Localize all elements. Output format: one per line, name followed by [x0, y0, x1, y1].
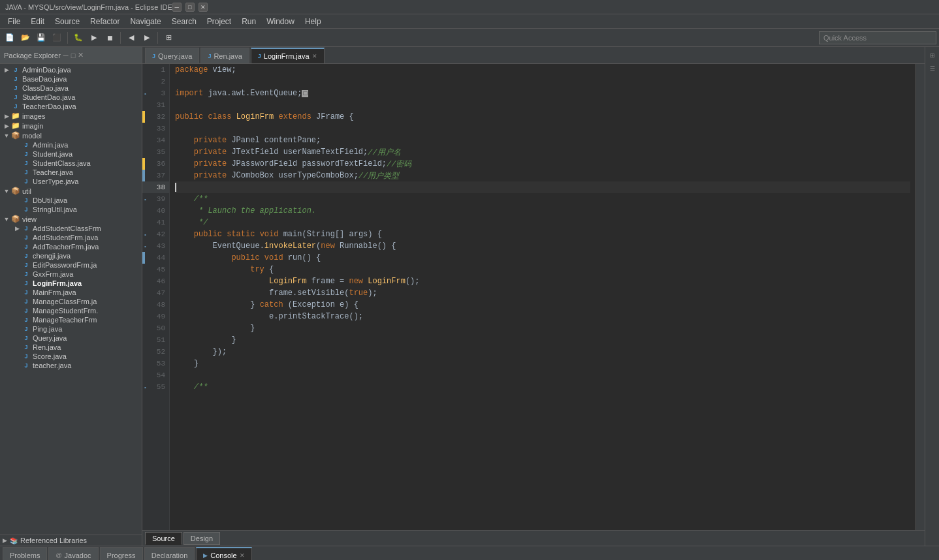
- sidebar-item-editpasswordfrm-ja[interactable]: JEditPasswordFrm.ja: [0, 260, 142, 270]
- tree-item-label: Ren.java: [33, 343, 61, 351]
- menu-search[interactable]: Search: [167, 16, 202, 27]
- code-line-51: }: [175, 334, 910, 346]
- menu-run[interactable]: Run: [236, 16, 261, 27]
- gutter-line-40: 40: [142, 205, 169, 217]
- rs-outline-btn[interactable]: ⊞: [927, 50, 938, 61]
- toolbar-next[interactable]: ▶: [140, 31, 154, 45]
- gutter-line-1: 1: [142, 64, 169, 76]
- sidebar-item-ping-java[interactable]: JPing.java: [0, 324, 142, 334]
- toolbar-open[interactable]: 📂: [18, 31, 33, 45]
- gutter-line-55: •55: [142, 381, 169, 393]
- code-line-34: private JPanel contentPane;: [175, 134, 910, 146]
- tab-declaration[interactable]: Declaration: [144, 547, 195, 560]
- menu-refactor[interactable]: Refactor: [85, 16, 125, 27]
- code-content[interactable]: package view; import java.awt.EventQueue…: [170, 64, 915, 530]
- tab-source[interactable]: Source: [145, 532, 182, 545]
- sidebar-item-managestudentfrm-[interactable]: JManageStudentFrm.: [0, 306, 142, 315]
- tab-ren-java[interactable]: J Ren.java: [200, 48, 249, 63]
- sidebar-item-imagin[interactable]: ▶📁imagin: [0, 121, 142, 131]
- tab-progress[interactable]: Progress: [100, 547, 143, 560]
- tab-console-close[interactable]: ✕: [240, 552, 245, 559]
- sidebar-item-view[interactable]: ▼📦view: [0, 214, 142, 224]
- close-button[interactable]: ✕: [199, 3, 208, 12]
- main-area: Package Explorer ─ □ ✕ ▶JAdminDao.javaJB…: [0, 47, 939, 546]
- sidebar-item-images[interactable]: ▶📁images: [0, 111, 142, 121]
- code-editor[interactable]: 1 2 •3 31 32 33 34 35 36 37 38 •39 40 41…: [142, 64, 925, 530]
- tab-javadoc[interactable]: @ Javadoc: [48, 547, 98, 560]
- sidebar-item-util[interactable]: ▼📦util: [0, 186, 142, 196]
- toolbar-sep-3: [157, 32, 158, 44]
- sidebar-item-classdao-java[interactable]: JClassDao.java: [0, 84, 142, 93]
- tree-item-label: Ping.java: [33, 325, 62, 333]
- tree-item-label: util: [22, 187, 31, 195]
- sidebar-item-student-java[interactable]: JStudent.java: [0, 149, 142, 159]
- sidebar-item-teacher-java[interactable]: Jteacher.java: [0, 361, 142, 370]
- toolbar-run[interactable]: ▶: [87, 31, 101, 45]
- sidebar-item-dbutil-java[interactable]: JDbUtil.java: [0, 196, 142, 205]
- tree-arrow-icon: ▶: [13, 225, 21, 232]
- code-line-48: } catch (Exception e) {: [175, 299, 910, 311]
- sidebar-item-addteacherfrm-java[interactable]: JAddTeacherFrm.java: [0, 242, 142, 251]
- rs-task-btn[interactable]: ☰: [927, 63, 938, 74]
- referenced-libraries-item[interactable]: ▶ 📚 Referenced Libraries: [0, 535, 142, 546]
- toolbar-stop[interactable]: ⏹: [103, 31, 117, 45]
- sidebar-item-ren-java[interactable]: JRen.java: [0, 343, 142, 352]
- sidebar-item-gxxfrm-java[interactable]: JGxxFrm.java: [0, 270, 142, 279]
- tab-console[interactable]: ▶ Console ✕: [196, 547, 251, 560]
- tree-item-label: ClassDao.java: [22, 84, 69, 92]
- sidebar-maximize-button[interactable]: □: [71, 52, 76, 59]
- sidebar-item-addstudentfrm-java[interactable]: JAddStudentFrm.java: [0, 233, 142, 242]
- toolbar-perspective[interactable]: ⊞: [161, 31, 176, 45]
- sidebar-item-score-java[interactable]: JScore.java: [0, 352, 142, 361]
- tab-declaration-label: Declaration: [151, 552, 188, 559]
- tree-item-label: MainFrm.java: [33, 288, 76, 296]
- menu-project[interactable]: Project: [202, 16, 236, 27]
- sidebar-item-basedao-java[interactable]: JBaseDao.java: [0, 74, 142, 84]
- tab-loginfrm-java[interactable]: J LoginFrm.java ✕: [251, 48, 325, 63]
- menu-edit[interactable]: Edit: [25, 16, 50, 27]
- sidebar-item-studentclass-java[interactable]: JStudentClass.java: [0, 159, 142, 168]
- toolbar-save-all[interactable]: ⬛: [50, 31, 64, 45]
- code-line-2: [175, 76, 910, 87]
- menu-file[interactable]: File: [3, 16, 25, 27]
- sidebar-item-stringutil-java[interactable]: JStringUtil.java: [0, 205, 142, 214]
- toolbar-save[interactable]: 💾: [34, 31, 48, 45]
- sidebar-item-mainfrm-java[interactable]: JMainFrm.java: [0, 288, 142, 297]
- sidebar-item-loginfrm-java[interactable]: JLoginFrm.java: [0, 279, 142, 288]
- tab-query-java[interactable]: J Query.java: [145, 48, 199, 63]
- sidebar-item-studentdao-java[interactable]: JStudentDao.java: [0, 93, 142, 102]
- toolbar-prev[interactable]: ◀: [124, 31, 138, 45]
- tab-problems[interactable]: Problems: [3, 547, 47, 560]
- tree-item-icon: 📦: [10, 215, 21, 223]
- maximize-button[interactable]: □: [185, 3, 195, 12]
- sidebar-item-model[interactable]: ▼📦model: [0, 131, 142, 140]
- sidebar-item-usertype-java[interactable]: JUserType.java: [0, 177, 142, 186]
- sidebar-item-query-java[interactable]: JQuery.java: [0, 334, 142, 343]
- tree-item-icon: J: [10, 67, 21, 73]
- sidebar-item-teacherdao-java[interactable]: JTeacherDao.java: [0, 102, 142, 111]
- sidebar-item-admin-java[interactable]: JAdmin.java: [0, 140, 142, 149]
- sidebar-item-admindao-java[interactable]: ▶JAdminDao.java: [0, 65, 142, 74]
- menu-window[interactable]: Window: [261, 16, 300, 27]
- menu-source[interactable]: Source: [50, 16, 85, 27]
- sidebar-item-chengji-java[interactable]: Jchengji.java: [0, 251, 142, 260]
- toolbar-debug[interactable]: 🐛: [71, 31, 86, 45]
- minimize-button[interactable]: ─: [172, 3, 182, 12]
- tree-item-icon: J: [21, 326, 31, 332]
- tab-design[interactable]: Design: [183, 532, 220, 545]
- quick-access-box[interactable]: Quick Access: [819, 31, 936, 44]
- sidebar-close-button[interactable]: ✕: [78, 51, 84, 59]
- sidebar-minimize-button[interactable]: ─: [63, 52, 69, 59]
- code-line-38: [175, 181, 910, 193]
- sidebar-item-manageclassfrm-ja[interactable]: JManageClassFrm.ja: [0, 297, 142, 306]
- tree-item-label: UserType.java: [33, 178, 78, 185]
- tab-loginfrm-close[interactable]: ✕: [312, 53, 317, 59]
- code-line-52: });: [175, 346, 910, 358]
- toolbar-new[interactable]: 📄: [3, 31, 17, 45]
- sidebar-item-addstudentclassfrm[interactable]: ▶JAddStudentClassFrm: [0, 224, 142, 233]
- sidebar-item-manageteacherfrm[interactable]: JManageTeacherFrm: [0, 315, 142, 324]
- menu-navigate[interactable]: Navigate: [125, 16, 166, 27]
- menu-help[interactable]: Help: [300, 16, 326, 27]
- tab-design-label: Design: [191, 535, 213, 542]
- sidebar-item-teacher-java[interactable]: JTeacher.java: [0, 168, 142, 177]
